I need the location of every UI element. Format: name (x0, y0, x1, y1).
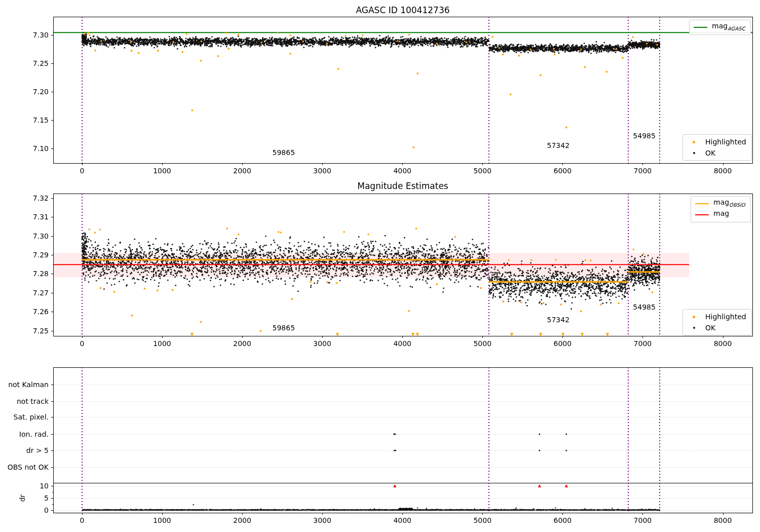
legend-label: mag (713, 208, 729, 222)
y-tick-label: 7.10 (33, 144, 49, 153)
y-tick-label: 7.30 (33, 31, 49, 39)
x-tick-label: 2000 (233, 516, 251, 524)
obsid-label: 57342 (547, 316, 570, 324)
y-tick-label: 7.29 (33, 251, 49, 259)
y-tick-label: 7.31 (33, 213, 49, 221)
green-line-swatch-icon (694, 27, 707, 28)
y-tick-label: 7.26 (33, 308, 49, 316)
dr-tick-label: 10 (40, 482, 49, 490)
y-tick-label: 7.27 (33, 288, 49, 296)
x-tick-label: 4000 (393, 339, 411, 348)
flag-category-label: not Kalman (8, 381, 49, 389)
flag-category-label: dr > 5 (26, 446, 49, 454)
x-tick-label: 3000 (313, 339, 331, 348)
x-tick-label: 5000 (473, 339, 491, 348)
obsid-label: 59865 (273, 148, 295, 157)
x-tick-label: 8000 (714, 516, 732, 524)
x-tick-label: 6000 (554, 167, 572, 175)
x-tick-label: 7000 (634, 167, 652, 175)
legend-item-mag: mag (695, 209, 745, 220)
y-tick-label: 7.25 (33, 59, 49, 67)
legend-item-ok: OK (687, 322, 746, 333)
legend-label: magAGASC (712, 20, 745, 34)
x-tick-label: 3000 (313, 516, 331, 524)
obsid-label: 59865 (273, 324, 295, 332)
flag-category-label: OBS not OK (8, 463, 49, 471)
plot-title-mag-history: AGASC ID 100412736 (53, 5, 752, 15)
legend-item-highlighted: Highlighted (687, 136, 746, 147)
orange-line-swatch-icon (695, 203, 709, 204)
x-tick-label: 4000 (393, 516, 411, 524)
legend-mag-lines: magOBSID mag (691, 196, 751, 222)
x-tick-label: 7000 (634, 516, 652, 524)
x-tick-label: 2000 (233, 339, 251, 348)
legend-item-ok: OK (687, 147, 746, 159)
x-tick-label: 5000 (473, 167, 491, 175)
legend-item-mag-agasc: magAGASC (694, 22, 745, 33)
x-tick-label: 5000 (473, 516, 491, 524)
figure: AGASC ID 100412736 Magnitude Estimates m… (0, 0, 760, 532)
x-tick-label: 0 (80, 516, 84, 524)
legend-label: Highlighted (705, 311, 746, 322)
legend-mag-agasc: magAGASC (689, 20, 751, 35)
x-tick-label: 8000 (714, 339, 732, 348)
x-tick-label: 2000 (233, 167, 251, 175)
flag-category-label: not track (17, 397, 49, 405)
legend-label: OK (705, 322, 715, 333)
x-tick-label: 1000 (153, 516, 171, 524)
y-tick-label: 7.15 (33, 116, 49, 124)
x-tick-label: 0 (80, 167, 84, 175)
y-tick-label: 7.20 (33, 88, 49, 96)
ok-dot-icon (687, 327, 701, 329)
x-tick-label: 4000 (393, 167, 411, 175)
x-tick-label: 6000 (554, 516, 572, 524)
legend-markers-top: Highlighted OK (682, 134, 752, 161)
obsid-label: 57342 (547, 142, 570, 150)
x-tick-label: 1000 (153, 339, 171, 348)
legend-label: OK (705, 147, 715, 159)
x-tick-label: 1000 (153, 167, 171, 175)
charts-canvas (0, 0, 760, 532)
flag-category-label: Ion. rad. (19, 430, 49, 438)
legend-markers-middle: Highlighted OK (682, 309, 752, 335)
dr-axis-label: dr (18, 495, 26, 502)
legend-label: Highlighted (705, 136, 746, 147)
highlighted-dot-icon (687, 141, 701, 143)
y-tick-label: 7.25 (33, 326, 49, 334)
red-line-swatch-icon (695, 214, 709, 215)
legend-item-highlighted: Highlighted (687, 311, 746, 322)
flag-category-label: Sat. pixel. (14, 413, 49, 421)
plot-title-mag-estimates: Magnitude Estimates (53, 181, 752, 191)
dr-tick-label: 5 (44, 494, 49, 502)
highlighted-dot-icon (687, 316, 701, 318)
y-tick-label: 7.32 (33, 194, 49, 202)
ok-dot-icon (687, 152, 701, 154)
x-tick-label: 0 (80, 339, 84, 348)
x-tick-label: 8000 (714, 167, 732, 175)
x-tick-label: 6000 (554, 339, 572, 348)
dr-tick-label: 0 (44, 506, 49, 514)
x-tick-label: 7000 (634, 339, 652, 348)
obsid-label: 54985 (633, 132, 656, 140)
y-tick-label: 7.30 (33, 232, 49, 240)
y-tick-label: 7.28 (33, 270, 49, 278)
obsid-label: 54985 (633, 303, 656, 311)
x-tick-label: 3000 (313, 167, 331, 175)
